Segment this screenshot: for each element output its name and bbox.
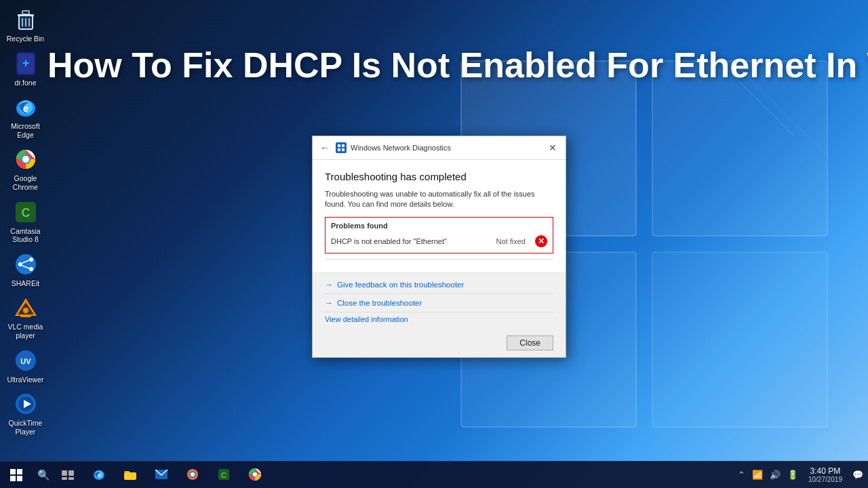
- svg-point-25: [29, 258, 33, 262]
- desktop-icon-drfone[interactable]: + dr.fone: [1, 47, 50, 90]
- desktop-icon-shareit[interactable]: SHAREit: [1, 248, 50, 291]
- svg-rect-49: [68, 477, 74, 480]
- dialog-back-button[interactable]: ←: [318, 141, 332, 155]
- svg-text:e: e: [23, 103, 28, 114]
- problem-row: DHCP is not enabled for "Ethernet" Not f…: [331, 234, 547, 249]
- svg-point-32: [23, 308, 28, 313]
- dialog-title-icon: [336, 142, 347, 153]
- tray-notification-icon[interactable]: 💬: [850, 470, 865, 480]
- dialog-title-text: Windows Network Diagnostics: [351, 144, 541, 152]
- svg-rect-47: [68, 470, 74, 476]
- close-troubleshooter-link[interactable]: → Close the troubleshooter: [325, 294, 553, 312]
- problems-box: Problems found DHCP is not enabled for "…: [325, 217, 553, 253]
- dialog-body: Troubleshooting has completed Troublesho…: [313, 160, 566, 272]
- svg-rect-48: [62, 477, 67, 480]
- dialog-separator: [325, 259, 553, 260]
- close-troubleshooter-text: Close the troubleshooter: [337, 299, 422, 307]
- desktop-icon-vlc[interactable]: VLC media player: [1, 291, 50, 342]
- svg-point-57: [191, 472, 195, 476]
- dialog-titlebar: ← Windows Network Diagnostics ✕: [313, 136, 566, 160]
- quicktime-icon: [12, 390, 39, 418]
- svg-rect-1: [652, 61, 827, 236]
- drfone-icon: +: [12, 50, 39, 77]
- svg-rect-44: [10, 476, 16, 481]
- taskbar-app-chrome[interactable]: [240, 462, 270, 488]
- svg-rect-3: [652, 252, 827, 427]
- taskbar-app-c[interactable]: C: [209, 462, 239, 488]
- taskbar-clock[interactable]: 3:40 PM 10/27/2019: [803, 466, 848, 483]
- close-button[interactable]: Close: [507, 336, 553, 350]
- search-button[interactable]: 🔍: [33, 462, 54, 489]
- desktop-icon-quicktime[interactable]: QuickTime Player: [1, 388, 50, 439]
- view-detail-link[interactable]: View detailed information: [325, 315, 553, 323]
- camtasia-label: Camtasia Studio 8: [3, 227, 48, 244]
- edge-icon: e: [12, 94, 39, 121]
- feedback-link-text: Give feedback on this troubleshooter: [337, 281, 464, 289]
- chrome-icon: [12, 146, 39, 173]
- desktop-icon-ultraviewer[interactable]: UV UltraViewer: [1, 344, 50, 387]
- svg-text:C: C: [21, 206, 30, 220]
- svg-point-62: [253, 472, 257, 476]
- problem-error-icon: ✕: [535, 235, 547, 247]
- taskbar-app-edge[interactable]: e: [84, 462, 114, 488]
- edge-label: Microsoft Edge: [3, 122, 48, 139]
- dialog-footer: → Give feedback on this troubleshooter →…: [313, 272, 566, 331]
- problem-text: DHCP is not enabled for "Ethernet": [331, 237, 447, 245]
- svg-rect-45: [17, 476, 22, 481]
- svg-text:C: C: [221, 471, 226, 479]
- svg-rect-53: [124, 472, 136, 480]
- svg-rect-42: [10, 469, 16, 474]
- svg-rect-39: [342, 144, 344, 147]
- desktop-icon-edge[interactable]: e Microsoft Edge: [1, 91, 50, 142]
- desktop-icon-camtasia[interactable]: C Camtasia Studio 8: [1, 196, 50, 247]
- recycle-bin-label: Recycle Bin: [7, 35, 44, 43]
- recycle-bin-icon: [12, 6, 39, 33]
- ultraviewer-label: UltraViewer: [7, 375, 43, 384]
- desktop: How To Fix DHCP Is Not Enabled For Ether…: [0, 0, 868, 488]
- svg-rect-38: [338, 144, 340, 147]
- vlc-label: VLC media player: [3, 323, 48, 340]
- svg-rect-8: [22, 11, 29, 14]
- taskbar-app-explorer[interactable]: [115, 462, 145, 488]
- taskbar: 🔍 e: [0, 461, 868, 488]
- tray-battery-icon[interactable]: 🔋: [785, 470, 800, 480]
- desktop-icon-chrome[interactable]: Google Chrome: [1, 143, 50, 194]
- problem-status: Not fixed: [496, 237, 526, 245]
- taskbar-pinned-apps: e: [84, 462, 270, 488]
- svg-text:+: +: [22, 56, 29, 70]
- ultraviewer-icon: UV: [12, 347, 39, 374]
- svg-text:e: e: [98, 472, 101, 479]
- dialog-title-close-button[interactable]: ✕: [545, 140, 560, 155]
- taskbar-app-firefox[interactable]: [178, 462, 208, 488]
- drfone-label: dr.fone: [14, 79, 36, 87]
- chrome-label: Google Chrome: [3, 174, 48, 191]
- start-button[interactable]: [0, 462, 33, 489]
- dialog-subtext: Troubleshooting was unable to automatica…: [325, 189, 553, 210]
- tray-network-icon[interactable]: 📶: [750, 470, 765, 480]
- link-arrow-1: →: [325, 280, 333, 289]
- dialog-heading: Troubleshooting has completed: [325, 171, 553, 182]
- svg-text:UV: UV: [20, 357, 31, 365]
- taskbar-date-text: 10/27/2019: [808, 476, 842, 483]
- tray-arrow-icon[interactable]: ⌃: [736, 470, 747, 480]
- camtasia-icon: C: [12, 199, 39, 226]
- svg-rect-46: [62, 470, 67, 476]
- taskbar-time-text: 3:40 PM: [808, 466, 842, 476]
- svg-point-24: [18, 262, 22, 266]
- desktop-icons: Recycle Bin + dr.fone e Mic: [0, 0, 51, 440]
- taskbar-app-mail[interactable]: [146, 462, 176, 488]
- shareit-icon: [12, 251, 39, 278]
- feedback-link[interactable]: → Give feedback on this troubleshooter: [325, 276, 553, 294]
- windows-network-diagnostics-dialog: ← Windows Network Diagnostics ✕ Troubles…: [312, 136, 566, 358]
- quicktime-label: QuickTime Player: [3, 419, 48, 436]
- problems-label: Problems found: [331, 222, 547, 230]
- desktop-icon-recycle-bin[interactable]: Recycle Bin: [1, 3, 50, 46]
- vlc-icon: [12, 294, 39, 321]
- svg-point-26: [29, 267, 33, 271]
- youtube-title: How To Fix DHCP Is Not Enabled For Ether…: [47, 46, 868, 85]
- tray-volume-icon[interactable]: 🔊: [768, 470, 783, 480]
- dialog-close-row: Close: [313, 331, 566, 357]
- shareit-label: SHAREit: [12, 279, 39, 288]
- task-view-button[interactable]: [54, 462, 81, 489]
- svg-rect-43: [17, 469, 22, 474]
